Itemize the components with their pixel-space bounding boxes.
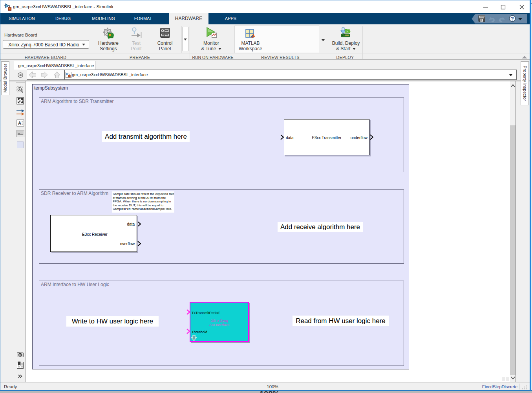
svg-text:?: ? [511, 16, 514, 22]
svg-text:A: A [18, 121, 21, 125]
